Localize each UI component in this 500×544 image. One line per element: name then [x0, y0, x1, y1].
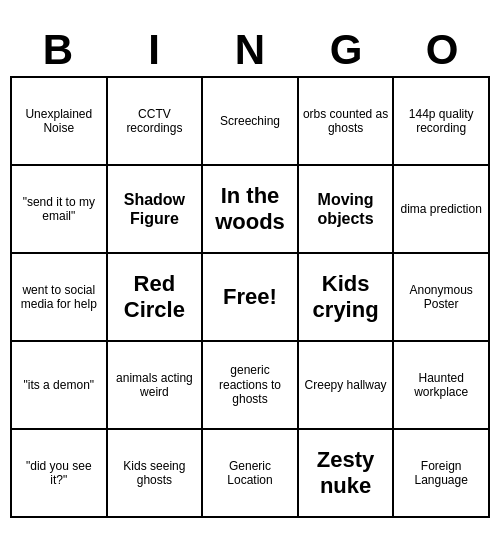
bingo-cell: Moving objects — [299, 166, 395, 254]
bingo-cell: Screeching — [203, 78, 299, 166]
bingo-cell: animals acting weird — [108, 342, 204, 430]
bingo-cell: Creepy hallway — [299, 342, 395, 430]
bingo-cell: "did you see it?" — [12, 430, 108, 518]
bingo-cell: "send it to my email" — [12, 166, 108, 254]
bingo-cell: Zesty nuke — [299, 430, 395, 518]
bingo-cell: Kids seeing ghosts — [108, 430, 204, 518]
title-n: N — [206, 26, 294, 74]
bingo-cell: orbs counted as ghosts — [299, 78, 395, 166]
bingo-cell: Foreign Language — [394, 430, 490, 518]
bingo-cell: generic reactions to ghosts — [203, 342, 299, 430]
title-i: I — [110, 26, 198, 74]
title-b: B — [14, 26, 102, 74]
bingo-cell: Shadow Figure — [108, 166, 204, 254]
bingo-title: B I N G O — [10, 26, 490, 74]
bingo-cell: "its a demon" — [12, 342, 108, 430]
bingo-grid: Unexplained NoiseCCTV recordingsScreechi… — [10, 76, 490, 518]
bingo-cell: In the woods — [203, 166, 299, 254]
bingo-cell: Anonymous Poster — [394, 254, 490, 342]
bingo-cell: CCTV recordings — [108, 78, 204, 166]
bingo-cell: Generic Location — [203, 430, 299, 518]
bingo-container: B I N G O Unexplained NoiseCCTV recordin… — [10, 26, 490, 518]
title-g: G — [302, 26, 390, 74]
bingo-cell: Unexplained Noise — [12, 78, 108, 166]
bingo-cell: Free! — [203, 254, 299, 342]
bingo-cell: Red Circle — [108, 254, 204, 342]
title-o: O — [398, 26, 486, 74]
bingo-cell: 144p quality recording — [394, 78, 490, 166]
bingo-cell: dima prediction — [394, 166, 490, 254]
bingo-cell: Kids crying — [299, 254, 395, 342]
bingo-cell: Haunted workplace — [394, 342, 490, 430]
bingo-cell: went to social media for help — [12, 254, 108, 342]
